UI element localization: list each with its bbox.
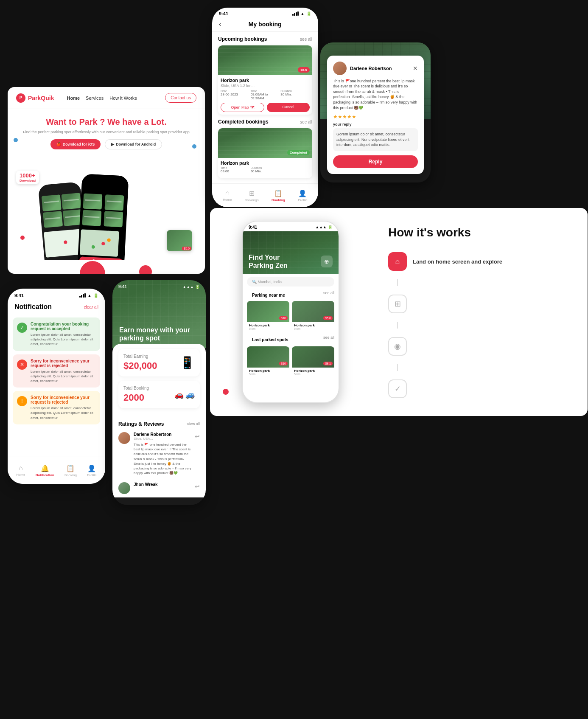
reviewer1-date: Slide, USA... (134, 437, 191, 441)
download-buttons: 🍎 Download for iOS ▶ Download for Androi… (18, 139, 195, 149)
red-dot-find (223, 389, 229, 395)
parking-image-2: Completed (218, 128, 312, 158)
last-card-2: Horizon park 5 km $8.1 (292, 346, 334, 377)
booking-title: My booking (225, 21, 305, 28)
upcoming-see-all[interactable]: see all (300, 37, 312, 42)
download-ios-button[interactable]: 🍎 Download for iOS (50, 139, 101, 149)
nav-how-it-works[interactable]: How it Works (109, 95, 137, 101)
parking-image-1: $5.0 (218, 45, 312, 75)
upcoming-card: $5.0 Horizon park Slide, USA 1.2 km... D… (218, 45, 312, 115)
booking-details-1: Date 28-06-2023 Time 09:00AM to 09:30AM … (221, 90, 310, 100)
hiw-step-1: ⌂ Land on home screen and explore (388, 252, 571, 271)
profile-nav-icon: 👤 (87, 464, 96, 472)
nav-services[interactable]: Services (86, 95, 104, 101)
earn-light-title: Earn money with your parking spot (119, 326, 199, 342)
completed-see-all[interactable]: see all (300, 120, 312, 124)
target-icon[interactable]: ⊕ (321, 256, 333, 267)
clear-all-button[interactable]: clear all (84, 305, 98, 309)
reviewer2-avatar (118, 482, 130, 494)
notif-nav-profile[interactable]: 👤 Profile (87, 464, 97, 477)
dialog-header: Darlene Robertson ✕ (333, 62, 418, 75)
total-booking-value: 2000 (123, 392, 149, 403)
download-android-button[interactable]: ▶ Download for Android (105, 139, 162, 149)
view-all-button[interactable]: View all (187, 422, 200, 426)
website-section: P ParkQuik Home Services How it Works Co… (8, 87, 205, 274)
home-nav-icon: ⌂ (19, 464, 23, 472)
reviewer-avatar (333, 62, 347, 75)
website-nav: P ParkQuik Home Services How it Works Co… (8, 87, 205, 109)
nav-home[interactable]: Home (67, 95, 80, 101)
total-booking-label: Total Booking (123, 386, 149, 390)
battery-icon-find: 🔋 (328, 225, 333, 230)
logo-text: ParkQuik (28, 95, 54, 101)
hiw-step-4-icon: ✓ (388, 379, 407, 398)
hiw-connector-3 (397, 364, 398, 371)
reply-button[interactable]: Reply (333, 155, 418, 168)
hiw-step-1-icon: ⌂ (388, 252, 407, 271)
completed-label: Completed bookings (218, 119, 269, 125)
booking-content: Upcoming bookings see all $5.0 Horizon p… (212, 32, 318, 189)
hiw-step-1-text: Land on home screen and explore (413, 258, 502, 265)
notif-nav-booking[interactable]: 📋 Booking (64, 464, 77, 477)
back-button[interactable]: ‹ (219, 20, 221, 28)
notif-title: Notification (14, 303, 52, 311)
warning-icon: ! (17, 396, 27, 406)
reply-icon-1[interactable]: ↩ (195, 433, 200, 440)
thumbnail: $5.0 (167, 230, 192, 251)
status-bar: 9:41 ▲ 🔋 (212, 8, 318, 18)
booking-actions-1: Open Map 🗺 Cancel (221, 103, 310, 112)
deco-circle-1 (80, 261, 105, 274)
total-booking-card: Total Booking 2000 🚗 🚙 (118, 381, 200, 408)
earn-top-bg: 9:41 ▲▲▲ 🔋 Earn money with your parking … (112, 280, 206, 348)
reply-input[interactable]: Gorem ipsum dolor sit amet, consectetur … (333, 128, 418, 151)
nav-home[interactable]: ⌂ Home (223, 189, 232, 202)
nav-bookings[interactable]: ⊞ Bookings (245, 189, 259, 202)
download-badge: 1000+ Download (16, 171, 39, 184)
battery-icon-notif: 🔋 (93, 293, 98, 298)
close-dialog-button[interactable]: ✕ (413, 65, 418, 72)
open-map-button[interactable]: Open Map 🗺 (221, 103, 264, 112)
map-nav-icon: ⊞ (249, 189, 255, 197)
search-bar[interactable]: 🔍 Mumbai, India (247, 277, 334, 286)
notif2-body: Lorem ipsum dolor sit amet, consectetur … (31, 369, 96, 384)
notif-bottom-nav: ⌂ Home 🔔 Notification 📋 Booking 👤 Profil… (8, 457, 105, 484)
notif-nav-home[interactable]: ⌂ Home (16, 464, 25, 477)
contact-button[interactable]: Contact us (165, 93, 196, 103)
reviewer-1: Darlene Robertson Slide, USA... This is … (112, 429, 206, 479)
nearby-section: Parking near me see all (243, 290, 339, 299)
ratings-title: Ratings & Reviews (118, 421, 164, 427)
your-reply-label: your reply (333, 122, 418, 126)
nearby-card-2: Horizon park 5 km $5.0 (292, 301, 334, 332)
completed-header: Completed bookings see all (218, 119, 312, 125)
phone-mockup-right: Book Spot (77, 174, 129, 260)
map-icon: 🗺 (250, 105, 254, 110)
hiw-connector-2 (397, 322, 398, 329)
reviewer1-text: This is 🚩 one hundred percent the best l… (134, 442, 191, 475)
wifi-icon-notif: ▲ (87, 293, 92, 298)
total-earning-card: Total Earning $20,000 📱 (118, 349, 200, 376)
cancel-button[interactable]: Cancel (267, 103, 310, 112)
reviewer-2: Jhon Wreak ↩ (112, 479, 206, 497)
booking-nav-icon: 📋 (66, 464, 75, 472)
last-parked-grid: Horizon park 5 km $10 Horizon park 5 km … (243, 345, 339, 379)
hero-title: Want to Park ? We have a Lot. (18, 117, 195, 127)
upcoming-header: Upcoming bookings see all (218, 36, 312, 42)
price-badge-1: $5.0 (298, 67, 310, 73)
website-logo: P ParkQuik (16, 93, 54, 103)
stars: ★★★★★ (333, 114, 418, 120)
reply-icon-2[interactable]: ↩ (195, 483, 200, 490)
signal-bars-notif (79, 293, 86, 298)
nav-profile[interactable]: 👤 Profile (298, 189, 308, 202)
last-parked-section: Last parked spots see all (243, 334, 339, 345)
nav-booking-active[interactable]: 📋 Booking (272, 189, 285, 202)
website-nav-links: Home Services How it Works (67, 95, 137, 101)
hero-subtitle: Find the perfect parking spot effortless… (18, 129, 195, 135)
hiw-steps: ⌂ Land on home screen and explore ⊞ ◉ ✓ (388, 252, 571, 398)
notif-nav-notif-active[interactable]: 🔔 Notification (36, 464, 54, 477)
ratings-header: Ratings & Reviews View all (112, 418, 206, 429)
earn-stats: Total Earning $20,000 📱 Total Booking 20… (112, 344, 206, 418)
hiw-step-3-icon: ◉ (388, 337, 407, 356)
logo-icon: P (16, 93, 25, 103)
notif3-body: Lorem ipsum dolor sit amet, consectetur … (31, 406, 96, 420)
notif-warning: ! Sorry for inconvenience your request i… (13, 391, 100, 424)
